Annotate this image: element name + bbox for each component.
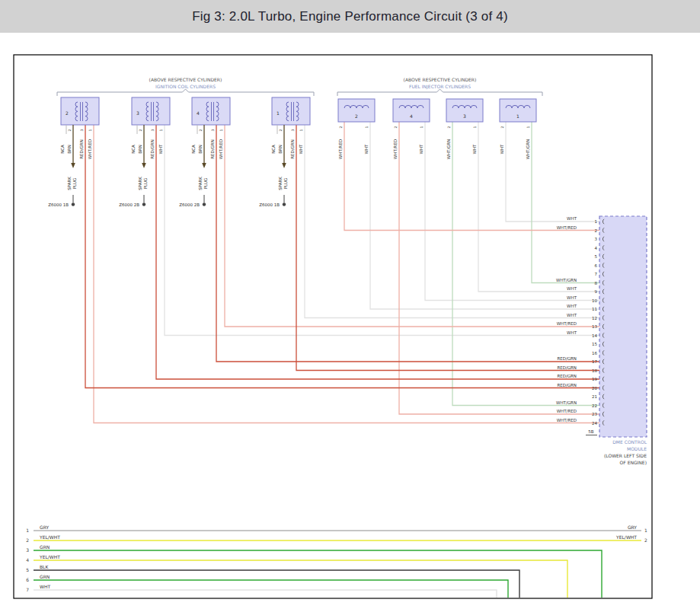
injector-group-note: (ABOVE RESPECTIVE CYLINDER) [404,77,477,82]
spark-plug-label: PLUG [143,178,148,189]
ignition-coil-number: 1 [276,110,280,116]
dme-pin-wire-label: RED/GRN [557,383,577,387]
dme-pin-number: 8 [595,281,598,285]
injector-wire-label: WHT/GRN [446,139,451,160]
injector-wire-label: WHT/GRN [526,139,530,160]
fuel-injector-number: 2 [355,113,358,119]
dme-pin-number: 6 [595,263,598,268]
ground-label: Z6000 1B [48,202,69,207]
figure-title: Fig 3: 2.0L Turbo, Engine Performance Ci… [192,9,508,24]
bottom-wire-label-left: WHT [40,584,50,589]
figure-title-bar: Fig 3: 2.0L Turbo, Engine Performance Ci… [0,0,700,33]
injector-wire-label: WHT [500,144,504,155]
injector-pin-number: 1 [420,126,424,128]
wiring-diagram: (ABOVE RESPECTIVE CYLINDER)IGNITION COIL… [0,33,700,609]
injector-pin-number: 1 [526,126,530,128]
coil-wire-label: BRN [198,145,203,154]
injector-pin-number: 2 [394,126,398,128]
coil-pin-number: 2 [139,129,142,131]
injector-wire-label: WHT [419,144,424,155]
coil-wire-label: WHT [158,144,163,155]
coil-pin-number: 3 [151,129,155,131]
dme-pin-number: 23 [592,412,597,416]
coil-wire-label: WHT/RED [88,139,92,159]
bottom-wire-label-left: GRY [40,525,49,530]
spark-plug-label: SPARK [198,177,203,190]
ignition-coil-number: 4 [197,110,200,116]
ground-label: Z6000 1B [259,202,280,207]
bottom-wire-number-left: 7 [26,587,29,592]
dme-pin-number: 14 [592,333,597,338]
diagram-area: (ABOVE RESPECTIVE CYLINDER)IGNITION COIL… [0,33,700,609]
dme-pin-number: 10 [592,298,597,303]
ground-symbol-icon [283,202,286,206]
ignition-group-note: (ABOVE RESPECTIVE CYLINDER) [149,77,222,82]
ground-symbol-icon [142,202,145,206]
dme-pin-wire-label: WHT [567,330,577,335]
coil-wire-label: RED/GRN [290,139,295,159]
coil-pin-number: 1 [159,129,163,131]
coil-pin-number: 3 [80,129,84,131]
fuel-injector-number: 3 [463,113,466,119]
injector-pin-number: 2 [500,126,504,128]
coil-wire-label: NCA [271,145,276,154]
dme-pin-wire-label: WHT/GRN [556,278,577,282]
bottom-wire-label-left: BLK [40,564,49,569]
bottom-wire-number-left: 1 [26,528,29,533]
ground-symbol-icon [203,202,206,206]
dme-pin-wire-label: RED/GRN [557,356,577,361]
coil-wire-label: NCA [191,145,196,154]
ground-label: Z6000 2B [179,202,200,207]
spark-plug-label: SPARK [67,177,72,190]
bottom-wire-label-left: GRN [40,574,50,579]
injector-wire-label: WHT [472,144,477,155]
bottom-wire-number-left: 6 [26,577,29,582]
injector-pin-number: 1 [473,126,477,128]
dme-pin-number: 11 [592,307,597,311]
injector-wire-label: WHT/RED [393,139,398,159]
dme-pin-number: 4 [595,246,598,250]
dme-pin-number: 9 [595,289,598,294]
ignition-coil-number: 2 [66,110,69,116]
coil-wire-label: RED/GRN [79,139,84,159]
dme-pin-wire-label: WHT/RED [557,409,577,413]
coil-wire-label: WHT [299,144,303,155]
dme-pin-number: 7 [595,272,598,276]
dme-caption-line: (LOWER LEFT SIDE [604,453,647,458]
bottom-wire-number-right: 2 [644,537,647,543]
dme-pin-wire-label: WHT/RED [557,225,577,230]
dme-pin-wire-label: RED/GRN [557,374,577,378]
dme-pin-wire-label: WHT [567,286,577,291]
dme-pin-number: 16 [592,351,597,356]
spark-plug-label: SPARK [138,177,142,190]
bottom-wire-number-left: 4 [26,557,29,563]
dme-module-box [599,216,647,437]
dme-pin-number: 18 [592,368,597,373]
ground-label: Z6000 2B [119,202,139,207]
bottom-wire-number-left: 5 [26,567,29,572]
spark-plug-label: SPARK [278,177,283,190]
dme-pin-number: 21 [592,394,597,399]
coil-wire-label: RED/GRN [150,139,155,159]
dme-pin-wire-label: WHT/GRN [556,400,577,405]
coil-pin-number: 2 [68,129,72,131]
ignition-group-label: IGNITION COIL CYLINDERS [155,84,216,89]
coil-pin-number: 1 [88,129,92,131]
dme-pin-number: 15 [592,342,597,346]
coil-pin-number: 3 [291,129,295,131]
dme-caption-line: DME CONTROL [612,439,647,445]
coil-wire-label: WHT/RED [219,139,223,159]
coil-wire-label: BRN [278,145,283,154]
injector-wire-label: WHT/RED [338,139,343,159]
page: Fig 3: 2.0L Turbo, Engine Performance Ci… [0,0,700,609]
coil-wire-label: RED/GRN [210,139,215,159]
bottom-wire-number-left: 2 [26,537,29,543]
fuel-injector-number: 1 [516,113,519,119]
dme-pin-number: 22 [592,403,597,408]
ignition-coil-number: 3 [136,110,139,116]
bottom-wire-label-right: GRY [628,525,637,530]
fuel-injector-number: 4 [410,113,413,119]
dme-connector-tag: 5B [588,429,593,434]
coil-wire-label: NCA [131,145,136,154]
dme-pin-number: 12 [592,316,597,320]
